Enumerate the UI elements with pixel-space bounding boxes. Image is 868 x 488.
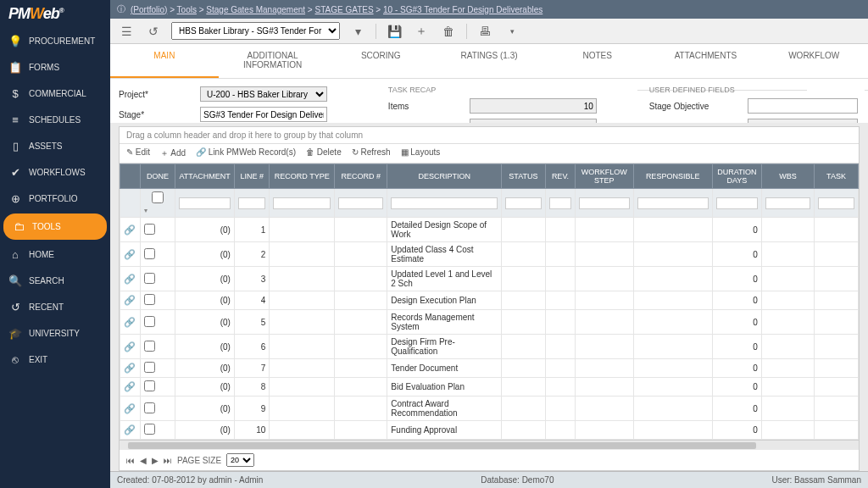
row-done-checkbox[interactable] — [144, 341, 155, 352]
grid-header[interactable]: TASK — [815, 164, 859, 189]
link-icon[interactable]: 🔗 — [124, 363, 136, 373]
table-row[interactable]: 🔗 (0) 7 Tender Document 0 — [120, 359, 859, 378]
table-row[interactable]: 🔗 (0) 9 Contract Award Recommendation 0 — [120, 396, 859, 421]
project-field[interactable]: U-200 - HBS Baker Library — [200, 86, 327, 102]
tab-main[interactable]: MAIN — [110, 44, 219, 78]
grid-select-all[interactable] — [144, 191, 171, 203]
grid-filter-input[interactable] — [765, 197, 810, 209]
grid-filter-input[interactable] — [238, 197, 265, 209]
table-row[interactable]: 🔗 (0) 6 Design Firm Pre-Qualification 0 — [120, 335, 859, 359]
grid-filter-input[interactable] — [179, 197, 231, 209]
sidebar-item-search[interactable]: 🔍SEARCH — [0, 268, 110, 294]
grid-layouts-button[interactable]: ▦ Layouts — [401, 147, 441, 159]
grid-filter-input[interactable] — [579, 197, 629, 209]
horizontal-scrollbar[interactable] — [120, 440, 859, 450]
row-done-checkbox[interactable] — [144, 424, 155, 435]
grid-filter-input[interactable] — [338, 197, 383, 209]
row-attachment[interactable]: (0) — [175, 310, 235, 335]
grid-filter-input[interactable] — [549, 197, 571, 209]
row-done-checkbox[interactable] — [144, 402, 155, 413]
grid-filter-input[interactable] — [637, 197, 709, 209]
add-icon[interactable]: ＋ — [412, 22, 431, 41]
sidebar-item-procurement[interactable]: 💡PROCUREMENT — [0, 28, 110, 54]
link-icon[interactable]: 🔗 — [124, 317, 136, 327]
committee-field[interactable] — [748, 119, 858, 123]
pager-next-icon[interactable]: ▶ — [152, 456, 159, 465]
sidebar-item-exit[interactable]: ⎋EXIT — [0, 347, 110, 373]
table-row[interactable]: 🔗 (0) 4 Design Execution Plan 0 — [120, 291, 859, 310]
grid-header[interactable]: RECORD TYPE — [270, 164, 335, 189]
link-icon[interactable]: 🔗 — [124, 249, 136, 259]
table-row[interactable]: 🔗 (0) 10 Funding Approval 0 — [120, 421, 859, 440]
table-row[interactable]: 🔗 (0) 2 Updated Class 4 Cost Estimate 0 — [120, 242, 859, 267]
info-icon[interactable]: ⓘ — [117, 3, 125, 15]
table-row[interactable]: 🔗 (0) 5 Records Management System 0 — [120, 310, 859, 335]
link-icon[interactable]: 🔗 — [124, 381, 136, 391]
table-row[interactable]: 🔗 (0) 1 Detailed Design Scope of Work 0 — [120, 218, 859, 242]
tab-additional-information[interactable]: ADDITIONAL INFORMATION — [219, 44, 327, 78]
print-dropdown-icon[interactable]: ▾ — [503, 22, 521, 41]
pager-last-icon[interactable]: ⏭ — [164, 456, 172, 465]
grid-link-button[interactable]: 🔗 Link PMWeb Record(s) — [196, 147, 296, 159]
grid-add-button[interactable]: ＋ Add — [160, 147, 186, 159]
row-attachment[interactable]: (0) — [175, 359, 235, 378]
row-attachment[interactable]: (0) — [175, 396, 235, 421]
row-attachment[interactable]: (0) — [175, 218, 235, 242]
breadcrumb-link[interactable]: STAGE GATES — [315, 5, 374, 14]
grid-header[interactable]: DURATION DAYS — [712, 164, 761, 189]
table-row[interactable]: 🔗 (0) 8 Bid Evaluation Plan 0 — [120, 378, 859, 396]
page-size-select[interactable]: 20 — [226, 453, 254, 467]
save-icon[interactable]: 💾 — [385, 22, 403, 41]
grid-filter-input[interactable] — [818, 197, 854, 209]
stage-field[interactable] — [200, 107, 327, 122]
grid-header[interactable]: STATUS — [502, 164, 546, 189]
grid-edit-button[interactable]: ✎ Edit — [126, 147, 150, 159]
grid-header[interactable]: LINE # — [234, 164, 269, 189]
row-attachment[interactable]: (0) — [175, 291, 235, 310]
row-done-checkbox[interactable] — [144, 362, 155, 373]
breadcrumb-link[interactable]: Tools — [177, 5, 197, 14]
tab-notes[interactable]: NOTES — [543, 44, 652, 78]
link-icon[interactable]: 🔗 — [124, 403, 136, 413]
row-attachment[interactable]: (0) — [175, 267, 235, 291]
grid-filter-input[interactable] — [391, 197, 498, 209]
sidebar-item-university[interactable]: 🎓UNIVERSITY — [0, 320, 110, 347]
dropdown-icon[interactable]: ▾ — [348, 22, 367, 41]
stage-objective-field[interactable] — [748, 98, 858, 114]
grid-header[interactable] — [120, 164, 141, 189]
table-row[interactable]: 🔗 (0) 3 Updated Level 1 and Level 2 Sch … — [120, 267, 859, 291]
row-done-checkbox[interactable] — [144, 294, 155, 305]
grid-header[interactable]: DONE — [140, 164, 175, 189]
row-done-checkbox[interactable] — [144, 316, 155, 327]
link-icon[interactable]: 🔗 — [124, 295, 136, 305]
grid-header[interactable]: WBS — [761, 164, 814, 189]
row-done-checkbox[interactable] — [144, 224, 155, 235]
tab-scoring[interactable]: SCORING — [326, 44, 435, 78]
sidebar-item-tools[interactable]: 🗀TOOLS — [3, 214, 107, 240]
tab-attachments[interactable]: ATTACHMENTS — [652, 44, 760, 78]
record-selector[interactable]: HBS Baker Library - SG#3 Tender For — [171, 22, 340, 40]
sidebar-item-assets[interactable]: ▯ASSETS — [0, 133, 110, 159]
row-done-checkbox[interactable] — [144, 380, 155, 391]
sidebar-item-workflows[interactable]: ✔WORKFLOWS — [0, 159, 110, 186]
grid-filter-input[interactable] — [716, 197, 758, 209]
grid-filter-input[interactable] — [505, 197, 542, 209]
grid-header[interactable]: RESPONSIBLE — [633, 164, 712, 189]
grid-header[interactable]: ATTACHMENT — [175, 164, 235, 189]
pager-first-icon[interactable]: ⏮ — [126, 456, 135, 465]
sidebar-item-recent[interactable]: ↺RECENT — [0, 294, 110, 320]
sidebar-item-forms[interactable]: 📋FORMS — [0, 54, 110, 80]
history-icon[interactable]: ↺ — [144, 22, 163, 41]
print-icon[interactable]: 🖶 — [476, 22, 494, 41]
grid-refresh-button[interactable]: ↻ Refresh — [352, 147, 391, 159]
breadcrumb-link[interactable]: Stage Gates Management — [206, 5, 305, 14]
row-done-checkbox[interactable] — [144, 273, 155, 284]
row-attachment[interactable]: (0) — [175, 378, 235, 396]
grid-header[interactable]: RECORD # — [335, 164, 387, 189]
sidebar-item-schedules[interactable]: ≡SCHEDULES — [0, 107, 110, 133]
pager-prev-icon[interactable]: ◀ — [140, 456, 147, 465]
link-icon[interactable]: 🔗 — [124, 274, 136, 284]
grid-header[interactable]: WORKFLOW STEP — [576, 164, 633, 189]
row-attachment[interactable]: (0) — [175, 335, 235, 359]
link-icon[interactable]: 🔗 — [124, 424, 136, 435]
